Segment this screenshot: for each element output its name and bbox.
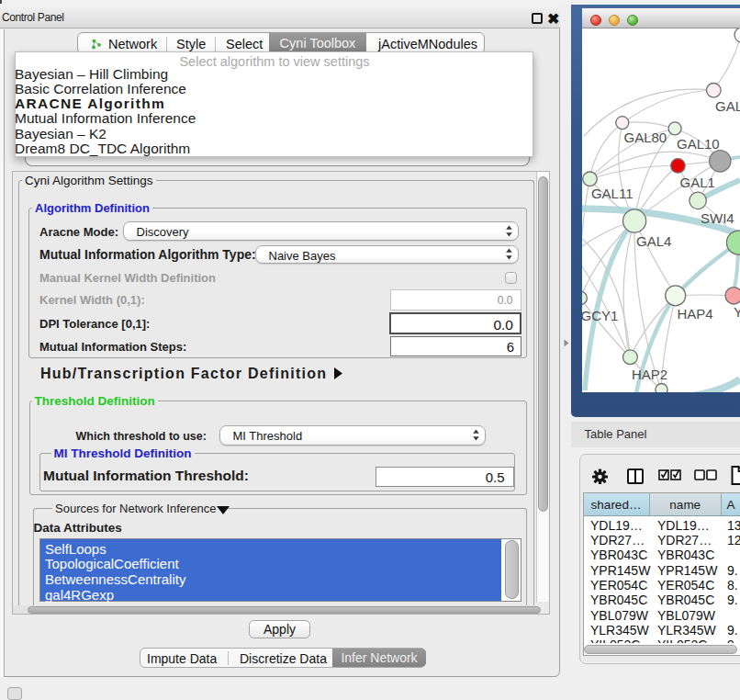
svg-text:GCY1: GCY1 [582, 308, 618, 323]
svg-text:YM: YM [734, 304, 740, 320]
svg-text:GAL1: GAL1 [680, 175, 715, 190]
svg-text:HAP2: HAP2 [632, 367, 667, 382]
svg-text:GAL80: GAL80 [624, 130, 667, 145]
svg-text:GAL4: GAL4 [636, 233, 671, 249]
svg-text:GAL11: GAL11 [591, 186, 633, 201]
svg-text:GAL7: GAL7 [715, 98, 740, 114]
svg-text:GAL10: GAL10 [677, 136, 720, 152]
svg-text:HAP4: HAP4 [678, 306, 713, 322]
svg-text:SWI4: SWI4 [701, 210, 734, 226]
